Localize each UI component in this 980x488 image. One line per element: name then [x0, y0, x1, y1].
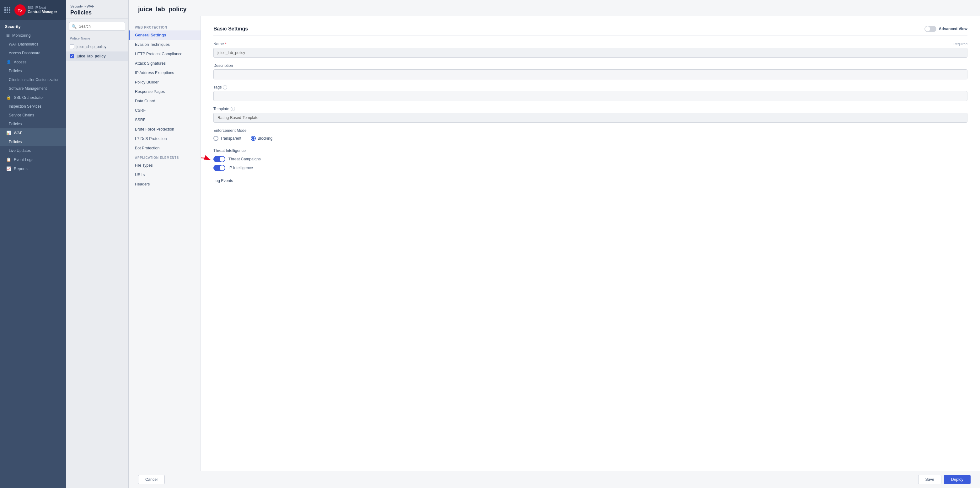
nav-item-ssrf[interactable]: SSRF — [129, 115, 200, 125]
tags-input[interactable] — [213, 91, 967, 101]
nav-item-policy-builder[interactable]: Policy Builder — [129, 78, 200, 87]
sidebar-item-waf-dashboards[interactable]: WAF Dashboards — [0, 40, 66, 49]
template-field: Template i — [213, 107, 967, 123]
policy-checkbox-juice-lab[interactable]: ✓ — [70, 54, 74, 58]
deploy-button[interactable]: Deploy — [944, 475, 970, 484]
form-panel: Basic Settings Advanced View Name * Requ… — [201, 16, 980, 471]
red-arrow — [201, 155, 212, 166]
name-required-star: * — [225, 42, 227, 46]
middle-header: Security > WAF Policies — [66, 0, 128, 19]
advanced-view-switch[interactable] — [924, 26, 936, 32]
reports-icon: 📈 — [6, 166, 11, 171]
ssl-icon: 🔒 — [6, 95, 11, 100]
name-field: Name * Required — [213, 42, 967, 58]
threat-campaigns-row: Threat Campaigns — [213, 156, 261, 162]
search-input[interactable] — [69, 22, 125, 31]
nav-item-csrf[interactable]: CSRF — [129, 106, 200, 115]
template-label: Template i — [213, 107, 967, 111]
tags-label: Tags i — [213, 85, 967, 89]
threat-campaigns-knob — [220, 157, 225, 162]
nav-item-attack-signatures[interactable]: Attack Signatures — [129, 59, 200, 68]
threat-intelligence-label: Threat Intelligence — [213, 148, 967, 153]
policy-item-juice-lab[interactable]: ✓ juice_lab_policy — [66, 51, 128, 61]
sidebar-section-security: Security — [0, 20, 66, 31]
column-header: Policy Name — [66, 35, 128, 42]
tags-info-icon: i — [223, 85, 227, 89]
radio-transparent[interactable]: Transparent — [213, 136, 241, 141]
app-name: BIG-IP Next Central Manager — [28, 5, 57, 15]
nav-item-urls[interactable]: URLs — [129, 170, 200, 180]
nav-menu: WEB PROTECTION General Settings Evasion … — [129, 16, 201, 471]
policy-list: Policy Name juice_shop_policy ✓ juice_la… — [66, 34, 128, 488]
save-button[interactable]: Save — [918, 475, 942, 484]
f5-logo: f5 — [14, 5, 26, 16]
sidebar-item-inspection-services[interactable]: Inspection Services — [0, 102, 66, 111]
threat-campaigns-toggle[interactable] — [213, 156, 225, 162]
description-field: Description — [213, 64, 967, 79]
radio-blocking[interactable]: Blocking — [251, 136, 272, 141]
search-box[interactable]: 🔍 — [69, 22, 125, 31]
nav-item-headers[interactable]: Headers — [129, 180, 200, 189]
section-title: Basic Settings Advanced View — [213, 26, 967, 35]
template-info-icon: i — [231, 107, 235, 111]
sidebar-group-reports[interactable]: 📈 Reports — [0, 164, 66, 173]
log-events-label: Log Events — [213, 178, 967, 183]
sidebar-item-access-dashboard[interactable]: Access Dashboard — [0, 49, 66, 57]
sidebar-item-ssl-policies[interactable]: Policies — [0, 119, 66, 128]
event-icon: 📋 — [6, 157, 11, 162]
breadcrumb: Security > WAF — [70, 5, 124, 8]
nav-item-l7-dos[interactable]: L7 DoS Protection — [129, 134, 200, 143]
nav-item-bot-protection[interactable]: Bot Protection — [129, 143, 200, 153]
search-icon: 🔍 — [72, 24, 76, 29]
nav-item-response-pages[interactable]: Response Pages — [129, 87, 200, 96]
tags-field: Tags i — [213, 85, 967, 101]
radio-circle-blocking[interactable] — [251, 136, 256, 141]
name-input[interactable] — [213, 48, 967, 58]
policy-checkbox-juice-shop[interactable] — [70, 45, 74, 49]
log-events-section: Log Events — [213, 178, 967, 183]
sidebar-group-waf[interactable]: 📊 WAF — [0, 128, 66, 137]
sidebar-group-access[interactable]: 👤 Access — [0, 57, 66, 67]
ip-intelligence-toggle[interactable] — [213, 165, 225, 171]
nav-item-general-settings[interactable]: General Settings — [129, 30, 200, 40]
ip-intelligence-knob — [220, 165, 225, 170]
middle-panel-title: Policies — [70, 10, 124, 16]
content-area: WEB PROTECTION General Settings Evasion … — [129, 16, 980, 471]
sidebar-item-service-chains[interactable]: Service Chains — [0, 111, 66, 119]
sidebar-group-monitoring[interactable]: ⊞ Monitoring — [0, 31, 66, 40]
apps-icon[interactable] — [5, 7, 11, 13]
description-input[interactable] — [213, 69, 967, 79]
nav-section-web-protection: WEB PROTECTION — [129, 22, 200, 30]
sidebar-item-policies[interactable]: Policies — [0, 67, 66, 75]
template-input[interactable] — [213, 113, 967, 123]
nav-item-http-protocol[interactable]: HTTP Protocol Compliance — [129, 49, 200, 59]
page-title: juice_lab_policy — [138, 6, 970, 13]
radio-dot-blocking — [252, 137, 255, 140]
description-label: Description — [213, 64, 967, 68]
enforcement-mode-label: Enforcement Mode — [213, 128, 967, 133]
nav-item-brute-force[interactable]: Brute Force Protection — [129, 125, 200, 134]
sidebar-item-software-mgmt[interactable]: Software Management — [0, 84, 66, 93]
ip-intelligence-label: IP Intelligence — [228, 166, 253, 170]
sidebar-group-ssl[interactable]: 🔒 SSL Orchestrator — [0, 93, 66, 102]
advanced-view-toggle[interactable]: Advanced View — [924, 26, 967, 32]
nav-item-file-types[interactable]: File Types — [129, 161, 200, 170]
sidebar: f5 BIG-IP Next Central Manager Security … — [0, 0, 66, 488]
sidebar-header: f5 BIG-IP Next Central Manager — [0, 0, 66, 20]
main-area: juice_lab_policy WEB PROTECTION General … — [129, 0, 980, 488]
sidebar-item-live-updates[interactable]: Live Updates — [0, 146, 66, 155]
advanced-view-label: Advanced View — [939, 27, 967, 31]
threat-intelligence-section: Threat Intelligence Threat Campaigns — [213, 148, 967, 171]
middle-panel: Security > WAF Policies 🔍 Policy Name ju… — [66, 0, 129, 488]
sidebar-group-event-logs[interactable]: 📋 Event Logs — [0, 155, 66, 164]
advanced-view-knob — [925, 26, 930, 32]
sidebar-item-waf-policies[interactable]: Policies — [0, 137, 66, 146]
policy-item-juice-shop[interactable]: juice_shop_policy — [66, 42, 128, 51]
nav-item-data-guard[interactable]: Data Guard — [129, 96, 200, 106]
nav-item-evasion-techniques[interactable]: Evasion Techniques — [129, 40, 200, 49]
radio-circle-transparent[interactable] — [213, 136, 218, 141]
sidebar-item-clients-installer[interactable]: Clients Installer Customization — [0, 75, 66, 84]
cancel-button[interactable]: Cancel — [138, 475, 165, 484]
enforcement-mode-section: Enforcement Mode Transparent Blocking — [213, 128, 967, 141]
nav-item-ip-address-exceptions[interactable]: IP Address Exceptions — [129, 68, 200, 78]
